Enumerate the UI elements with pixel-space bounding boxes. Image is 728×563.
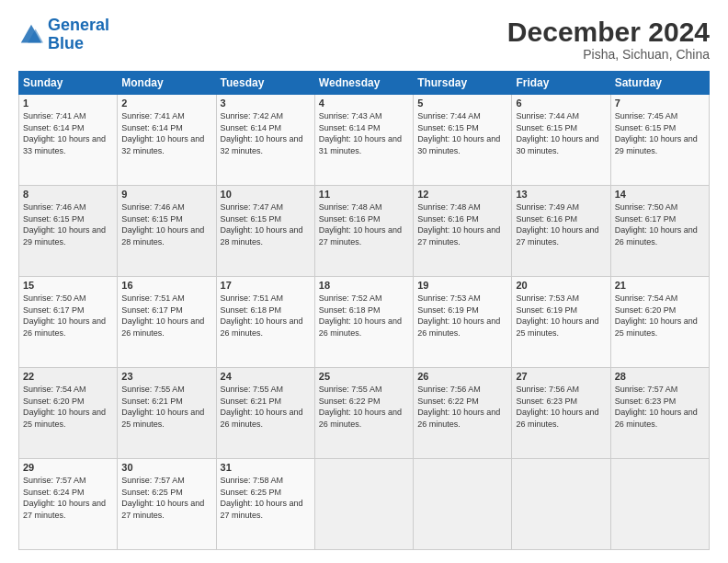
- calendar-cell: 31 Sunrise: 7:58 AM Sunset: 6:25 PM Dayl…: [216, 459, 314, 550]
- day-header-friday: Friday: [512, 72, 610, 95]
- title-block: December 2024 Pisha, Sichuan, China: [507, 17, 710, 62]
- day-content: Sunrise: 7:53 AM Sunset: 6:19 PM Dayligh…: [417, 293, 507, 339]
- calendar-cell: 21 Sunrise: 7:54 AM Sunset: 6:20 PM Dayl…: [610, 277, 709, 368]
- calendar-cell: 22 Sunrise: 7:54 AM Sunset: 6:20 PM Dayl…: [19, 368, 118, 459]
- day-number: 31: [221, 462, 311, 473]
- day-content: Sunrise: 7:49 AM Sunset: 6:16 PM Dayligh…: [516, 201, 606, 247]
- day-content: Sunrise: 7:57 AM Sunset: 6:23 PM Dayligh…: [615, 384, 705, 430]
- calendar-cell: [414, 459, 512, 550]
- calendar-cell: 27 Sunrise: 7:56 AM Sunset: 6:23 PM Dayl…: [512, 368, 610, 459]
- calendar-cell: [512, 459, 610, 550]
- day-content: Sunrise: 7:55 AM Sunset: 6:21 PM Dayligh…: [121, 384, 211, 430]
- day-number: 30: [121, 462, 211, 473]
- calendar-cell: 12 Sunrise: 7:48 AM Sunset: 6:16 PM Dayl…: [414, 186, 512, 277]
- calendar-cell: 2 Sunrise: 7:41 AM Sunset: 6:14 PM Dayli…: [118, 95, 216, 186]
- day-number: 25: [319, 371, 409, 382]
- day-header-monday: Monday: [118, 72, 216, 95]
- day-number: 20: [516, 280, 606, 291]
- calendar-cell: 14 Sunrise: 7:50 AM Sunset: 6:17 PM Dayl…: [610, 186, 709, 277]
- calendar-cell: 8 Sunrise: 7:46 AM Sunset: 6:15 PM Dayli…: [19, 186, 118, 277]
- day-number: 23: [121, 371, 211, 382]
- day-content: Sunrise: 7:42 AM Sunset: 6:14 PM Dayligh…: [221, 110, 311, 156]
- day-number: 14: [615, 189, 705, 200]
- day-content: Sunrise: 7:54 AM Sunset: 6:20 PM Dayligh…: [615, 293, 705, 339]
- subtitle: Pisha, Sichuan, China: [507, 47, 710, 62]
- day-number: 15: [23, 280, 113, 291]
- day-number: 11: [319, 189, 409, 200]
- logo: General Blue: [18, 17, 109, 53]
- day-number: 4: [319, 98, 409, 109]
- day-content: Sunrise: 7:55 AM Sunset: 6:22 PM Dayligh…: [319, 384, 409, 430]
- day-content: Sunrise: 7:55 AM Sunset: 6:21 PM Dayligh…: [221, 384, 311, 430]
- calendar-cell: 16 Sunrise: 7:51 AM Sunset: 6:17 PM Dayl…: [118, 277, 216, 368]
- day-content: Sunrise: 7:44 AM Sunset: 6:15 PM Dayligh…: [516, 110, 606, 156]
- calendar-cell: 11 Sunrise: 7:48 AM Sunset: 6:16 PM Dayl…: [314, 186, 413, 277]
- calendar-cell: [610, 459, 709, 550]
- day-content: Sunrise: 7:54 AM Sunset: 6:20 PM Dayligh…: [23, 384, 113, 430]
- day-number: 24: [221, 371, 311, 382]
- day-content: Sunrise: 7:50 AM Sunset: 6:17 PM Dayligh…: [615, 201, 705, 247]
- day-number: 7: [615, 98, 705, 109]
- day-number: 26: [417, 371, 507, 382]
- calendar-cell: 24 Sunrise: 7:55 AM Sunset: 6:21 PM Dayl…: [216, 368, 314, 459]
- calendar-cell: 9 Sunrise: 7:46 AM Sunset: 6:15 PM Dayli…: [118, 186, 216, 277]
- day-content: Sunrise: 7:50 AM Sunset: 6:17 PM Dayligh…: [23, 293, 113, 339]
- logo-icon: [18, 22, 44, 48]
- day-content: Sunrise: 7:48 AM Sunset: 6:16 PM Dayligh…: [417, 201, 507, 247]
- day-number: 22: [23, 371, 113, 382]
- calendar-cell: 18 Sunrise: 7:52 AM Sunset: 6:18 PM Dayl…: [314, 277, 413, 368]
- day-content: Sunrise: 7:57 AM Sunset: 6:25 PM Dayligh…: [121, 475, 211, 521]
- day-number: 27: [516, 371, 606, 382]
- day-content: Sunrise: 7:56 AM Sunset: 6:22 PM Dayligh…: [417, 384, 507, 430]
- day-content: Sunrise: 7:41 AM Sunset: 6:14 PM Dayligh…: [121, 110, 211, 156]
- day-header-thursday: Thursday: [414, 72, 512, 95]
- day-content: Sunrise: 7:47 AM Sunset: 6:15 PM Dayligh…: [221, 201, 311, 247]
- calendar-cell: 17 Sunrise: 7:51 AM Sunset: 6:18 PM Dayl…: [216, 277, 314, 368]
- day-number: 21: [615, 280, 705, 291]
- day-content: Sunrise: 7:58 AM Sunset: 6:25 PM Dayligh…: [221, 475, 311, 521]
- day-number: 3: [221, 98, 311, 109]
- calendar-cell: 28 Sunrise: 7:57 AM Sunset: 6:23 PM Dayl…: [610, 368, 709, 459]
- day-number: 17: [221, 280, 311, 291]
- day-content: Sunrise: 7:56 AM Sunset: 6:23 PM Dayligh…: [516, 384, 606, 430]
- day-content: Sunrise: 7:43 AM Sunset: 6:14 PM Dayligh…: [319, 110, 409, 156]
- day-content: Sunrise: 7:44 AM Sunset: 6:15 PM Dayligh…: [417, 110, 507, 156]
- day-number: 18: [319, 280, 409, 291]
- day-content: Sunrise: 7:53 AM Sunset: 6:19 PM Dayligh…: [516, 293, 606, 339]
- day-header-saturday: Saturday: [610, 72, 709, 95]
- day-number: 29: [23, 462, 113, 473]
- calendar-cell: 20 Sunrise: 7:53 AM Sunset: 6:19 PM Dayl…: [512, 277, 610, 368]
- day-number: 6: [516, 98, 606, 109]
- day-number: 16: [121, 280, 211, 291]
- day-number: 13: [516, 189, 606, 200]
- day-number: 9: [121, 189, 211, 200]
- day-content: Sunrise: 7:51 AM Sunset: 6:17 PM Dayligh…: [121, 293, 211, 339]
- page: General Blue December 2024 Pisha, Sichua…: [0, 0, 728, 563]
- calendar-table: SundayMondayTuesdayWednesdayThursdayFrid…: [18, 71, 710, 550]
- day-number: 10: [221, 189, 311, 200]
- day-content: Sunrise: 7:45 AM Sunset: 6:15 PM Dayligh…: [615, 110, 705, 156]
- calendar-cell: 7 Sunrise: 7:45 AM Sunset: 6:15 PM Dayli…: [610, 95, 709, 186]
- day-content: Sunrise: 7:52 AM Sunset: 6:18 PM Dayligh…: [319, 293, 409, 339]
- calendar-cell: 4 Sunrise: 7:43 AM Sunset: 6:14 PM Dayli…: [314, 95, 413, 186]
- day-number: 12: [417, 189, 507, 200]
- day-number: 2: [121, 98, 211, 109]
- logo-text: General Blue: [48, 17, 109, 53]
- calendar-cell: 23 Sunrise: 7:55 AM Sunset: 6:21 PM Dayl…: [118, 368, 216, 459]
- day-header-sunday: Sunday: [19, 72, 118, 95]
- day-number: 8: [23, 189, 113, 200]
- day-number: 19: [417, 280, 507, 291]
- day-header-tuesday: Tuesday: [216, 72, 314, 95]
- calendar-cell: 13 Sunrise: 7:49 AM Sunset: 6:16 PM Dayl…: [512, 186, 610, 277]
- day-content: Sunrise: 7:41 AM Sunset: 6:14 PM Dayligh…: [23, 110, 113, 156]
- day-number: 5: [417, 98, 507, 109]
- calendar-cell: 19 Sunrise: 7:53 AM Sunset: 6:19 PM Dayl…: [414, 277, 512, 368]
- calendar-cell: 3 Sunrise: 7:42 AM Sunset: 6:14 PM Dayli…: [216, 95, 314, 186]
- header: General Blue December 2024 Pisha, Sichua…: [18, 17, 710, 62]
- calendar-cell: 25 Sunrise: 7:55 AM Sunset: 6:22 PM Dayl…: [314, 368, 413, 459]
- calendar-cell: [314, 459, 413, 550]
- day-content: Sunrise: 7:57 AM Sunset: 6:24 PM Dayligh…: [23, 475, 113, 521]
- day-number: 1: [23, 98, 113, 109]
- day-header-wednesday: Wednesday: [314, 72, 413, 95]
- calendar-cell: 1 Sunrise: 7:41 AM Sunset: 6:14 PM Dayli…: [19, 95, 118, 186]
